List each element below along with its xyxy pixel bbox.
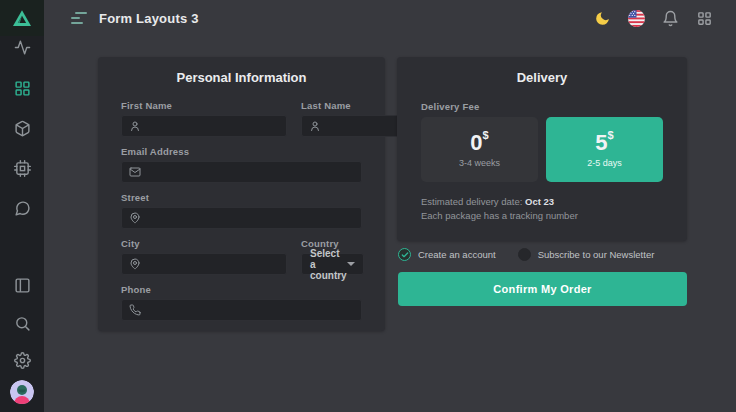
street-field-box xyxy=(121,207,362,229)
city-input[interactable] xyxy=(147,259,279,270)
person-icon xyxy=(309,120,321,132)
search-icon xyxy=(14,315,31,332)
name-row: First Name Last Name xyxy=(121,100,362,137)
email-input[interactable] xyxy=(147,167,354,178)
sidebar-search[interactable] xyxy=(10,311,34,335)
sidebar-item-activity[interactable] xyxy=(10,35,34,59)
delivery-option-express[interactable]: 5$ 2-5 days xyxy=(546,117,663,182)
language-selector[interactable] xyxy=(626,8,646,28)
person-icon xyxy=(129,120,141,132)
activity-icon xyxy=(14,39,31,56)
pin-icon xyxy=(129,258,141,270)
sidebar xyxy=(0,0,44,412)
street-label: Street xyxy=(121,192,362,203)
option-duration: 2-5 days xyxy=(587,158,622,168)
delivery-card: Delivery Delivery Fee 0$ 3-4 weeks 5$ 2-… xyxy=(397,57,687,241)
option-price: 0$ xyxy=(470,132,488,154)
chevron-down-icon xyxy=(347,262,355,266)
delivery-fee-label: Delivery Fee xyxy=(421,101,663,112)
first-name-label: First Name xyxy=(121,100,287,111)
page-title: Form Layouts 3 xyxy=(99,11,199,26)
first-name-field-box xyxy=(121,115,287,137)
grid-apps-icon xyxy=(696,10,713,27)
layout-panel-icon xyxy=(14,277,31,294)
cube-icon xyxy=(14,120,31,137)
create-account-checkbox[interactable]: Create an account xyxy=(398,248,496,261)
delivery-title: Delivery xyxy=(421,70,663,85)
checkbox-checked-icon xyxy=(398,248,411,261)
country-selected-value: Select a country xyxy=(310,248,347,281)
gear-icon xyxy=(14,352,31,369)
theme-toggle[interactable] xyxy=(592,8,612,28)
grid-icon xyxy=(14,80,31,97)
checkbox-unchecked-icon xyxy=(518,248,531,261)
estimated-date-line: Estimated delivery date: Oct 23 xyxy=(421,195,663,209)
logo-triangle-icon xyxy=(13,10,31,26)
street-input[interactable] xyxy=(147,213,354,224)
delivery-notes: Estimated delivery date: Oct 23 Each pac… xyxy=(421,195,663,223)
chat-icon xyxy=(14,200,31,217)
menu-toggle-icon[interactable] xyxy=(71,12,87,24)
personal-info-title: Personal Information xyxy=(121,70,362,85)
notifications-button[interactable] xyxy=(660,8,680,28)
sidebar-item-hardware[interactable] xyxy=(10,156,34,180)
city-field-box xyxy=(121,253,287,275)
header-actions xyxy=(592,8,714,28)
avatar-image xyxy=(10,380,34,404)
moon-icon xyxy=(594,10,611,27)
us-flag-icon xyxy=(628,10,645,27)
newsletter-checkbox[interactable]: Subscribe to our Newsletter xyxy=(518,248,655,261)
envelope-icon xyxy=(129,166,141,178)
confirm-order-button[interactable]: Confirm My Order xyxy=(398,272,687,306)
user-avatar[interactable] xyxy=(10,380,34,404)
phone-field-box xyxy=(121,299,362,321)
apps-menu-button[interactable] xyxy=(694,8,714,28)
currency-symbol: $ xyxy=(483,129,489,141)
create-account-label: Create an account xyxy=(418,249,496,260)
phone-icon xyxy=(129,304,141,316)
email-label: Email Address xyxy=(121,146,362,157)
delivery-options: 0$ 3-4 weeks 5$ 2-5 days xyxy=(421,117,663,182)
first-name-input[interactable] xyxy=(147,121,279,132)
tracking-note: Each package has a tracking number xyxy=(421,209,663,223)
order-options-row: Create an account Subscribe to our Newsl… xyxy=(398,248,688,261)
currency-symbol: $ xyxy=(608,129,614,141)
option-price: 5$ xyxy=(595,132,613,154)
estimated-date-value: Oct 23 xyxy=(525,196,554,207)
country-select[interactable]: Select a country xyxy=(301,253,364,275)
option-duration: 3-4 weeks xyxy=(459,158,500,168)
pin-icon xyxy=(129,212,141,224)
sidebar-toggle-panel[interactable] xyxy=(10,273,34,297)
header: Form Layouts 3 xyxy=(44,0,736,36)
sidebar-item-messages[interactable] xyxy=(10,196,34,220)
bell-icon xyxy=(662,10,679,27)
app-window: Form Layouts 3 xyxy=(0,0,736,412)
sidebar-item-components[interactable] xyxy=(10,116,34,140)
personal-information-card: Personal Information First Name Last Nam… xyxy=(98,57,385,331)
app-logo[interactable] xyxy=(0,0,44,36)
phone-input[interactable] xyxy=(147,305,354,316)
sidebar-item-layouts[interactable] xyxy=(10,76,34,100)
cpu-icon xyxy=(14,160,31,177)
newsletter-label: Subscribe to our Newsletter xyxy=(538,249,655,260)
city-label: City xyxy=(121,238,287,249)
sidebar-settings[interactable] xyxy=(10,348,34,372)
phone-label: Phone xyxy=(121,284,362,295)
city-country-row: City Country Select a country xyxy=(121,238,362,275)
email-field-box xyxy=(121,161,362,183)
delivery-option-standard[interactable]: 0$ 3-4 weeks xyxy=(421,117,538,182)
